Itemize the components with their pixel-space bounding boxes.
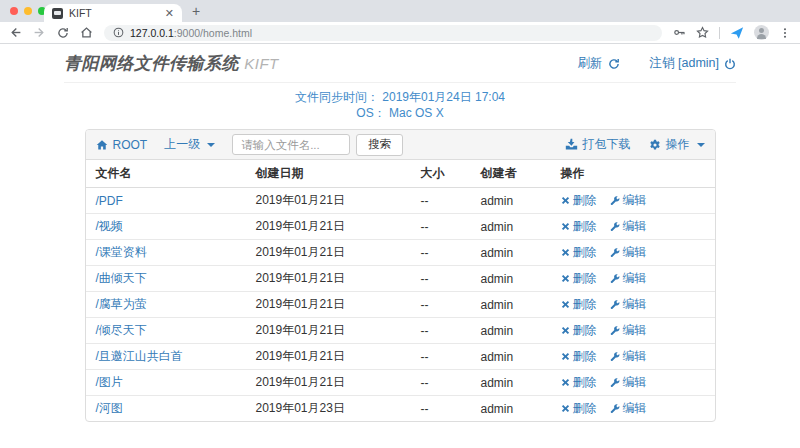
folder-link[interactable]: /课堂资料 [96,245,147,259]
file-table-body: /PDF 2019年01月21日 -- admin 删除编辑 /视频 2019年… [86,188,715,422]
folder-link[interactable]: /倾尽天下 [96,323,147,337]
tab-close-icon[interactable]: ✕ [165,8,174,19]
x-delete-icon [561,404,570,413]
edit-button[interactable]: 编辑 [610,322,647,339]
wrench-icon [610,404,620,414]
power-icon [724,58,736,70]
delete-button[interactable]: 删除 [561,192,597,209]
folder-link[interactable]: /视频 [96,219,123,233]
col-header-ops: 操作 [551,160,715,188]
cell-date: 2019年01月21日 [246,266,411,292]
delete-button[interactable]: 删除 [561,348,597,365]
refresh-button[interactable]: 刷新 [578,55,620,72]
browser-window: KIFT ✕ + 127.0.0.1:9000/home.html [0,0,800,448]
edit-button[interactable]: 编辑 [610,348,647,365]
bookmark-star-icon[interactable] [696,26,709,39]
table-row: /曲倾天下 2019年01月21日 -- admin 删除编辑 [86,266,715,292]
cell-size: -- [411,214,471,240]
col-header-filename: 文件名 [86,160,246,188]
root-button[interactable]: ROOT [96,138,148,152]
edit-button[interactable]: 编辑 [610,296,647,313]
delete-button[interactable]: 删除 [561,400,597,417]
minimize-window-button[interactable] [24,7,32,15]
new-tab-button[interactable]: + [192,3,200,19]
delete-button[interactable]: 删除 [561,218,597,235]
folder-link[interactable]: /腐草为萤 [96,297,147,311]
table-row: /且邀江山共白首 2019年01月21日 -- admin 删除编辑 [86,344,715,370]
cell-size: -- [411,266,471,292]
folder-link[interactable]: /图片 [96,375,123,389]
profile-avatar[interactable] [754,25,769,40]
refresh-icon [608,58,620,70]
sync-time-value: 2019年01月24日 17:04 [382,90,505,104]
table-header-row: 文件名 创建日期 大小 创建者 操作 [86,160,715,188]
toolbar-right-actions: 打包下载 操作 [565,136,705,153]
table-row: /PDF 2019年01月21日 -- admin 删除编辑 [86,188,715,214]
edit-button[interactable]: 编辑 [610,270,647,287]
table-row: /河图 2019年01月23日 -- admin 删除编辑 [86,396,715,422]
window-controls [10,7,46,15]
reload-icon[interactable] [57,27,69,39]
cell-creator: admin [471,188,551,214]
x-delete-icon [561,378,570,387]
table-row: /图片 2019年01月21日 -- admin 删除编辑 [86,370,715,396]
edit-button[interactable]: 编辑 [610,400,647,417]
folder-link[interactable]: /曲倾天下 [96,271,147,285]
x-delete-icon [561,300,570,309]
forward-icon[interactable] [33,26,46,39]
col-header-date: 创建日期 [246,160,411,188]
cell-creator: admin [471,214,551,240]
up-level-dropdown[interactable]: 上一级 [164,136,215,153]
back-icon[interactable] [9,26,22,39]
folder-link[interactable]: /PDF [96,194,123,208]
delete-button[interactable]: 删除 [561,322,597,339]
cell-date: 2019年01月21日 [246,292,411,318]
wrench-icon [610,352,620,362]
folder-link[interactable]: /且邀江山共白首 [96,349,183,363]
address-bar[interactable]: 127.0.0.1:9000/home.html [104,25,662,41]
x-delete-icon [561,248,570,257]
cell-creator: admin [471,266,551,292]
col-header-size: 大小 [411,160,471,188]
table-row: /腐草为萤 2019年01月21日 -- admin 删除编辑 [86,292,715,318]
password-key-icon[interactable] [673,26,686,39]
delete-button[interactable]: 删除 [561,244,597,261]
browser-tab[interactable]: KIFT ✕ [44,4,182,22]
home-icon[interactable] [80,26,93,39]
cell-size: -- [411,370,471,396]
table-row: /视频 2019年01月21日 -- admin 删除编辑 [86,214,715,240]
edit-button[interactable]: 编辑 [610,218,647,235]
actions-dropdown[interactable]: 操作 [649,136,705,153]
close-window-button[interactable] [10,7,18,15]
chrome-menu-icon[interactable] [779,27,791,39]
table-row: /课堂资料 2019年01月21日 -- admin 删除编辑 [86,240,715,266]
edit-button[interactable]: 编辑 [610,192,647,209]
cell-creator: admin [471,318,551,344]
os-value: Mac OS X [389,106,444,120]
search-button[interactable]: 搜索 [356,134,403,156]
logout-button[interactable]: 注销 [admin] [650,55,736,72]
page-info-icon[interactable] [113,27,124,38]
cell-size: -- [411,188,471,214]
cell-creator: admin [471,292,551,318]
cell-creator: admin [471,396,551,422]
cell-date: 2019年01月21日 [246,344,411,370]
zip-download-button[interactable]: 打包下载 [565,136,631,153]
edit-button[interactable]: 编辑 [610,374,647,391]
edit-button[interactable]: 编辑 [610,244,647,261]
tab-strip: KIFT ✕ + [0,0,800,22]
delete-button[interactable]: 删除 [561,296,597,313]
chevron-down-icon [697,143,705,147]
url-text: 127.0.0.1:9000/home.html [130,27,252,39]
search-input[interactable] [232,134,350,155]
wrench-icon [610,300,620,310]
extension-paper-plane-icon[interactable] [730,26,744,40]
folder-link[interactable]: /河图 [96,401,123,415]
wrench-icon [610,378,620,388]
home-icon [96,139,108,151]
cell-date: 2019年01月21日 [246,188,411,214]
os-line: OS： Mac OS X [0,105,800,121]
sync-time-line: 文件同步时间： 2019年01月24日 17:04 [0,89,800,105]
delete-button[interactable]: 删除 [561,270,597,287]
delete-button[interactable]: 删除 [561,374,597,391]
